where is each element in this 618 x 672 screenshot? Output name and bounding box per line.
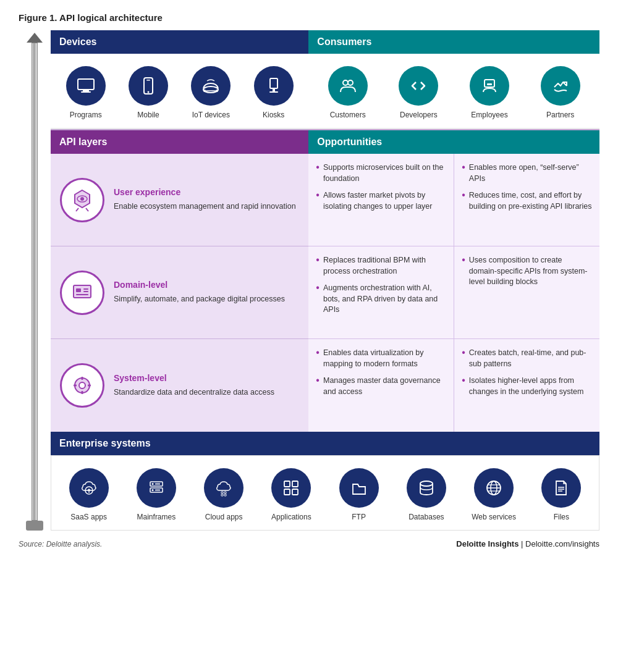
svg-rect-43 (284, 489, 290, 495)
footer-website: Deloitte.com/insights (525, 539, 599, 548)
svg-rect-2 (81, 91, 91, 93)
opp-domain-bullet-1: • Replaces traditional BPM with process … (316, 255, 446, 277)
ux-layer-text: User experience Enable ecosystem managem… (108, 187, 301, 212)
domain-layer-icon-wrap (57, 271, 108, 315)
databases-icon (407, 468, 446, 508)
opp-bullet-3: • Enables more open, “self-serve” APIs (462, 162, 592, 184)
opp-ux-col1: • Supports microservices built on the fo… (308, 154, 454, 246)
opp-system-bullet-3: • Creates batch, real-time, and pub-sub … (462, 348, 592, 369)
enterprise-ftp: FTP (334, 468, 384, 521)
svg-point-6 (203, 86, 218, 93)
svg-point-7 (203, 90, 206, 92)
mainframes-icon (137, 468, 176, 508)
svg-rect-5 (146, 80, 150, 81)
ux-layer-title: User experience (114, 187, 301, 197)
consumer-customers: Customers (323, 66, 373, 119)
enterprise-saas: SaaS apps (64, 468, 114, 521)
opp-system-bullet-2: • Manages master data governance and acc… (316, 376, 446, 397)
enterprise-cloud: Cloud apps (199, 468, 248, 521)
opp-bullet-4: • Reduces time, cost, and effort by buil… (462, 190, 592, 212)
api-layers-column: API layers (51, 130, 308, 432)
pipe-body (32, 43, 38, 521)
svg-point-12 (343, 80, 348, 85)
svg-rect-40 (224, 494, 226, 496)
svg-point-8 (216, 90, 218, 92)
svg-rect-42 (292, 481, 298, 487)
ftp-label: FTP (352, 513, 366, 521)
svg-rect-35 (155, 483, 160, 485)
files-label: Files (554, 513, 569, 521)
opp-system-row: • Enables data virtualization by mapping… (308, 339, 599, 432)
mobile-label: Mobile (137, 111, 159, 119)
partners-label: Partners (546, 111, 574, 119)
system-layer-row: System-level Standardize data and decent… (51, 339, 308, 432)
svg-rect-29 (88, 385, 91, 387)
consumers-header: Consumers (308, 30, 599, 54)
footer-brand-name: Deloitte Insights (456, 539, 519, 548)
svg-rect-0 (78, 79, 94, 90)
opp-bullet-2: • Allows faster market pivots by isolati… (316, 190, 446, 212)
enterprise-header: Enterprise systems (51, 432, 599, 455)
mobile-icon (129, 66, 168, 106)
programs-label: Programs (70, 111, 102, 119)
employees-label: Employees (471, 111, 507, 119)
cloud-label: Cloud apps (205, 513, 243, 521)
consumer-developers: Developers (394, 66, 443, 119)
svg-rect-23 (76, 294, 88, 295)
enterprise-applications: Applications (266, 468, 316, 521)
consumer-partners: Partners (536, 66, 585, 119)
devices-section: Devices Programs (51, 30, 308, 129)
domain-layer-text: Domain-level Simplify, automate, and pac… (108, 280, 301, 304)
ux-layer-desc: Enable ecosystem management and rapid in… (114, 201, 301, 212)
middle-section: API layers (51, 129, 599, 432)
enterprise-mainframes: Mainframes (132, 468, 181, 521)
enterprise-files: Files (536, 468, 586, 521)
enterprise-databases: Databases (402, 468, 451, 521)
svg-point-25 (79, 382, 85, 388)
svg-point-45 (420, 481, 433, 486)
partners-icon (541, 66, 580, 106)
enterprise-icons-row: SaaS apps (51, 455, 599, 531)
device-mobile: Mobile (124, 66, 173, 119)
device-programs: Programs (61, 66, 111, 119)
programs-icon (66, 66, 106, 106)
iot-icon (191, 66, 231, 106)
ux-layer-row: User experience Enable ecosystem managem… (51, 154, 308, 246)
opp-domain-bullet-2: • Augments orchestration with AI, bots, … (316, 283, 446, 316)
svg-point-18 (80, 197, 84, 201)
customers-label: Customers (330, 111, 366, 119)
opp-system-bullet-4: • Isolates higher-level apps from change… (462, 376, 592, 397)
developers-icon (399, 66, 438, 106)
opp-domain-bullet-3: • Uses composition to create domain-spec… (462, 255, 592, 288)
domain-layer-circle (60, 271, 104, 315)
applications-icon (271, 468, 311, 508)
domain-layer-desc: Simplify, automate, and package digital … (114, 293, 301, 304)
svg-rect-44 (292, 489, 298, 495)
ux-layer-circle (60, 178, 104, 222)
opp-ux-col2: • Enables more open, “self-serve” APIs •… (454, 154, 599, 246)
opp-domain-row: • Replaces traditional BPM with process … (308, 246, 599, 339)
iot-label: IoT devices (192, 111, 230, 119)
devices-header: Devices (51, 30, 308, 54)
mainframes-label: Mainframes (137, 513, 176, 521)
svg-rect-9 (270, 78, 277, 88)
consumer-employees: Employees (465, 66, 514, 119)
enterprise-section: Enterprise systems SaaS apps (51, 432, 599, 531)
employees-icon (470, 66, 509, 106)
figure-title: Figure 1. API logical architecture (19, 12, 599, 23)
system-layer-circle (60, 363, 104, 408)
saas-label: SaaS apps (70, 513, 107, 521)
opp-system-col1: • Enables data virtualization by mapping… (308, 339, 454, 432)
files-icon (541, 468, 581, 508)
svg-rect-10 (273, 88, 275, 91)
svg-rect-20 (76, 288, 81, 292)
consumers-section: Consumers Customers (308, 30, 599, 129)
svg-rect-28 (74, 385, 77, 387)
kiosks-icon (254, 66, 294, 106)
system-layer-text: System-level Standardize data and decent… (108, 373, 301, 398)
svg-rect-11 (269, 91, 278, 93)
applications-label: Applications (271, 513, 311, 521)
svg-rect-39 (221, 494, 223, 496)
svg-rect-36 (155, 489, 160, 491)
svg-rect-21 (83, 288, 88, 290)
